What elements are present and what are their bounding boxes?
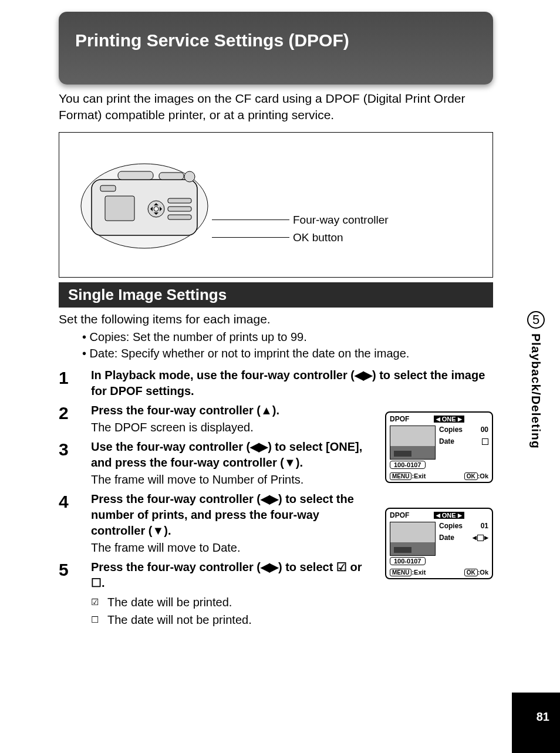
lcd-menu-button-label: MENU (390, 472, 411, 480)
lcd-screenshot-1: DPOF ◀ONE▶ 100-0107 Copies00 Date MENU:E (385, 411, 493, 483)
step-number: 2 (59, 403, 91, 422)
chapter-number-badge: 5 (527, 311, 545, 329)
checkbox-checked-icon: ☑ (91, 596, 100, 609)
step-2: 2 Press the four-way controller (▲). The… (59, 403, 376, 435)
step-4: 4 Press the four-way controller (◀▶) to … (59, 491, 376, 556)
lcd-ok-button-label: OK (464, 472, 478, 480)
step-number: 5 (59, 559, 91, 579)
section-heading: Single Image Settings (59, 282, 493, 308)
svg-rect-10 (168, 207, 191, 211)
lcd-heading: DPOF (390, 511, 409, 519)
lcd-mode-selector: ◀ONE▶ (434, 512, 464, 519)
section-lead-text: Set the following items for each image. (59, 311, 493, 327)
lcd-ok-text: :Ok (478, 569, 488, 576)
lcd-mode-selector: ◀ONE▶ (434, 416, 464, 423)
svg-rect-11 (168, 215, 191, 220)
lcd-date-label: Date (439, 437, 454, 445)
lcd-copies-label: Copies (439, 426, 463, 434)
page-title: Printing Service Settings (DPOF) (75, 31, 349, 50)
step-number: 1 (59, 367, 91, 387)
step-text: Press the four-way controller (◀▶) to se… (91, 559, 376, 591)
lcd-copies-label: Copies (439, 522, 463, 530)
svg-point-14 (184, 171, 195, 182)
bullet-copies: • Copies: Set the number of prints up to… (82, 329, 560, 345)
lcd-copies-value: 01 (481, 522, 488, 530)
lcd-screenshot-2: DPOF ◀ONE▶ 100-0107 Copies01 Date◀▶ MENU (385, 508, 493, 579)
step-5: 5 Press the four-way controller (◀▶) to … (59, 559, 376, 629)
bullet-date: • Date: Specify whether or not to imprin… (82, 345, 560, 362)
step-text: Use the four-way controller (◀▶) to sele… (91, 439, 376, 471)
lcd-ok-button-label: OK (464, 569, 478, 576)
step-detail: The frame will move to Number of Prints. (91, 472, 376, 488)
step-3: 3 Use the four-way controller (◀▶) to se… (59, 439, 376, 488)
svg-rect-15 (100, 185, 116, 191)
lcd-heading: DPOF (390, 415, 409, 423)
intro-paragraph: You can print the images on the CF card … (59, 90, 493, 124)
step-number: 3 (59, 439, 91, 458)
lcd-thumbnail (390, 522, 436, 556)
chapter-label: Playback/Deleting (529, 333, 543, 449)
step-1: 1 In Playback mode, use the four-way con… (59, 367, 493, 399)
option-date-printed: ☑The date will be printed. (91, 593, 376, 611)
option-date-not-printed: ☐The date will not be printed. (91, 611, 376, 629)
lcd-exit-text: :Exit (411, 472, 426, 480)
lcd-date-checkbox (482, 438, 488, 445)
step-text: In Playback mode, use the four-way contr… (91, 367, 493, 399)
lcd-date-label: Date (439, 533, 454, 542)
camera-diagram-box: Four-way controller OK button (59, 132, 493, 278)
svg-rect-9 (168, 198, 191, 203)
lcd-menu-button-label: MENU (390, 569, 411, 576)
lcd-thumbnail (390, 426, 436, 460)
side-tab-content: 5 Playback/Deleting (512, 311, 560, 449)
camera-illustration (77, 150, 212, 256)
callout-ok-button: OK button (293, 231, 343, 244)
step-detail: The frame will move to Date. (91, 540, 376, 556)
callout-four-way-controller: Four-way controller (293, 214, 389, 227)
page-number: 81 (537, 710, 549, 724)
svg-rect-2 (105, 196, 134, 221)
lcd-date-checkbox-selector: ◀▶ (473, 535, 488, 541)
lcd-image-id: 100-0107 (390, 461, 426, 469)
svg-point-8 (154, 207, 158, 211)
step-number: 4 (59, 491, 91, 511)
step-text: Press the four-way controller (◀▶) to se… (91, 491, 376, 539)
checkbox-unchecked-icon: ☐ (91, 613, 100, 627)
step-detail: The DPOF screen is displayed. (91, 420, 376, 435)
lcd-exit-text: :Exit (411, 569, 426, 576)
page-title-banner: Printing Service Settings (DPOF) (59, 12, 493, 85)
svg-rect-13 (159, 173, 184, 180)
lcd-image-id: 100-0107 (390, 557, 426, 565)
svg-rect-12 (118, 171, 153, 180)
step-text: Press the four-way controller (▲). (91, 403, 376, 418)
lcd-ok-text: :Ok (478, 472, 488, 480)
lcd-copies-value: 00 (481, 426, 488, 434)
